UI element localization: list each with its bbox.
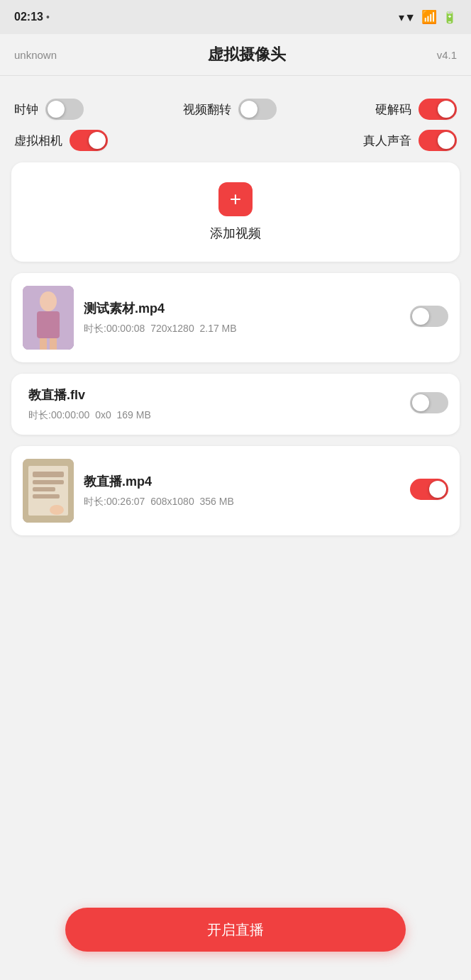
- wifi-icon: ▾▼: [399, 11, 416, 24]
- video-switch-knob-2: [412, 394, 429, 411]
- plus-icon: +: [230, 189, 241, 209]
- svg-point-1: [40, 291, 57, 311]
- video-resolution-1: 720x1280: [150, 323, 194, 334]
- video-thumbnail-3: [23, 459, 74, 523]
- videoflip-toggle[interactable]: [238, 99, 277, 120]
- svg-rect-10: [33, 494, 60, 499]
- video-name-1: 测试素材.mp4: [84, 300, 400, 317]
- video-size-3: 356 MB: [199, 496, 233, 507]
- realvoice-label: 真人声音: [363, 133, 411, 149]
- video-toggle-2: [410, 392, 448, 416]
- toggle-row-2: 虚拟相机 真人声音: [0, 127, 471, 162]
- video-meta-2: 时长:00:00:00 0x0 169 MB: [28, 409, 400, 422]
- video-size-2: 169 MB: [117, 409, 151, 421]
- video-thumbnail-image-3: [23, 459, 74, 523]
- app-unknown-label: unknown: [14, 49, 57, 61]
- video-resolution-3: 608x1080: [150, 496, 194, 507]
- main-content: 时钟 视频翻转 硬解码 虚拟相机 真人声音: [0, 87, 471, 632]
- video-card-3: 教直播.mp4 时长:00:26:07 608x1080 356 MB: [11, 446, 460, 535]
- video-switch-3[interactable]: [410, 479, 448, 500]
- clock-label: 时钟: [14, 101, 38, 118]
- video-toggle-3: [410, 479, 448, 503]
- app-title: 虚拟摄像头: [208, 44, 286, 65]
- toggle-harddecode-item: 硬解码: [375, 99, 457, 120]
- video-thumbnail-1: [23, 286, 74, 350]
- virtualcamera-toggle[interactable]: [70, 130, 108, 151]
- add-video-card[interactable]: + 添加视频: [11, 162, 460, 262]
- svg-rect-2: [37, 311, 60, 338]
- add-video-button[interactable]: +: [218, 182, 253, 216]
- video-switch-knob-1: [412, 308, 429, 325]
- toggle-videoflip-item: 视频翻转: [183, 99, 277, 120]
- app-header: unknown 虚拟摄像头 v4.1: [0, 34, 471, 75]
- video-name-3: 教直播.mp4: [84, 473, 400, 490]
- toggle-row-1: 时钟 视频翻转 硬解码: [0, 87, 471, 127]
- wifi-icon-shape: 📶: [421, 9, 437, 25]
- video-size-1: 2.17 MB: [199, 323, 236, 334]
- realvoice-toggle-knob: [438, 132, 455, 149]
- svg-rect-8: [33, 480, 64, 484]
- svg-rect-7: [33, 472, 64, 477]
- video-switch-1[interactable]: [410, 306, 448, 327]
- video-thumbnail-image-1: [23, 286, 74, 350]
- videoflip-label: 视频翻转: [183, 101, 231, 118]
- battery-icon: 🔋: [443, 11, 457, 24]
- status-time: 02:13: [14, 11, 43, 23]
- realvoice-toggle[interactable]: [419, 130, 457, 151]
- status-bar: 02:13 • ▾▼ 📶 🔋: [0, 0, 471, 34]
- harddecode-toggle[interactable]: [419, 99, 457, 120]
- video-meta-1: 时长:00:00:08 720x1280 2.17 MB: [84, 323, 400, 335]
- toggle-realvoice-item: 真人声音: [363, 130, 457, 151]
- video-switch-2[interactable]: [410, 392, 448, 413]
- video-info-1: 测试素材.mp4 时长:00:00:08 720x1280 2.17 MB: [84, 300, 400, 335]
- video-toggle-1: [410, 306, 448, 330]
- app-version: v4.1: [437, 49, 457, 61]
- harddecode-label: 硬解码: [375, 101, 411, 118]
- video-card-1: 测试素材.mp4 时长:00:00:08 720x1280 2.17 MB: [11, 273, 460, 362]
- header-divider: [0, 75, 471, 76]
- video-card-2: 教直播.flv 时长:00:00:00 0x0 169 MB: [11, 374, 460, 435]
- svg-rect-9: [33, 487, 55, 491]
- start-live-button[interactable]: 开启直播: [65, 908, 406, 952]
- svg-rect-3: [40, 338, 47, 350]
- status-icons: ▾▼ 📶 🔋: [399, 9, 457, 25]
- add-video-label: 添加视频: [210, 225, 261, 242]
- video-duration-2: 时长:00:00:00: [28, 409, 89, 421]
- video-switch-knob-3: [429, 481, 446, 498]
- videoflip-toggle-knob: [240, 101, 257, 118]
- status-dot: •: [46, 11, 50, 23]
- virtualcamera-label: 虚拟相机: [14, 133, 62, 149]
- video-name-2: 教直播.flv: [28, 386, 400, 403]
- svg-point-11: [50, 505, 64, 515]
- video-resolution-2: 0x0: [95, 409, 111, 421]
- svg-rect-4: [50, 338, 57, 350]
- clock-toggle[interactable]: [45, 99, 84, 120]
- video-info-3: 教直播.mp4 时长:00:26:07 608x1080 356 MB: [84, 473, 400, 508]
- toggle-clock-item: 时钟: [14, 99, 84, 120]
- video-meta-3: 时长:00:26:07 608x1080 356 MB: [84, 496, 400, 508]
- clock-toggle-knob: [48, 101, 65, 118]
- video-duration-1: 时长:00:00:08: [84, 323, 145, 334]
- toggle-virtualcamera-item: 虚拟相机: [14, 130, 108, 151]
- virtualcamera-toggle-knob: [89, 132, 106, 149]
- video-info-2: 教直播.flv 时长:00:00:00 0x0 169 MB: [23, 386, 400, 422]
- start-live-label: 开启直播: [207, 920, 264, 940]
- video-duration-3: 时长:00:26:07: [84, 496, 145, 507]
- harddecode-toggle-knob: [438, 101, 455, 118]
